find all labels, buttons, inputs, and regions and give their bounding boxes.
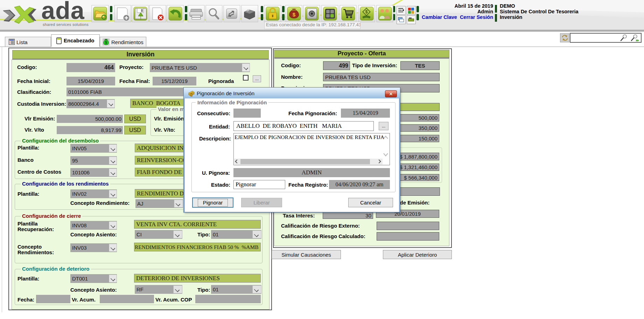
svg-text:$: $: [365, 9, 368, 14]
svg-text:$: $: [105, 41, 107, 44]
svg-text:$: $: [293, 12, 296, 18]
